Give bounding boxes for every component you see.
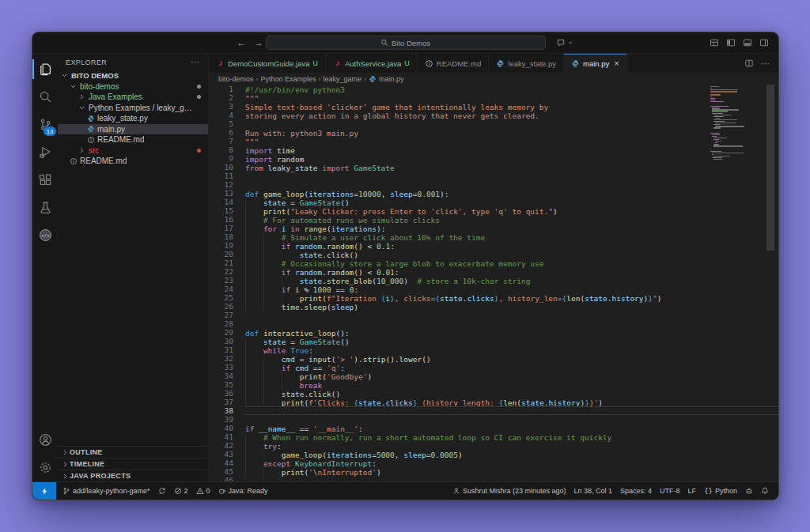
status-java-status[interactable]: Java: Ready	[218, 487, 268, 495]
code-line[interactable]: 33 if cmd == 'q':	[209, 363, 778, 372]
activitybar-settings[interactable]	[32, 454, 58, 481]
status-copilot[interactable]	[745, 487, 753, 495]
tab-readme-md[interactable]: README.md	[418, 54, 489, 73]
activitybar-search[interactable]	[32, 83, 58, 111]
status-sync[interactable]	[158, 487, 166, 495]
code-line[interactable]: 13def game_loop(iterations=10000, sleep=…	[209, 189, 778, 198]
sidebar-more-actions-icon[interactable]: ⋯	[191, 57, 200, 67]
code-line[interactable]: 45 print('\nInterrupted')	[209, 467, 778, 476]
status-git-branch[interactable]: add/leaky-python-game*	[62, 487, 150, 495]
code-line[interactable]: 10from leaky_state import GameState	[209, 163, 778, 172]
code-line[interactable]: 43 game_loop(iterations=5000, sleep=0.00…	[209, 450, 778, 458]
activitybar-run-and-debug[interactable]	[32, 138, 58, 166]
activitybar-testing[interactable]	[32, 194, 58, 221]
code-line[interactable]: 4storing every action in a global histor…	[209, 111, 778, 119]
status-cursor-position[interactable]: Ln 38, Col 1	[574, 487, 613, 495]
code-line[interactable]: 11	[209, 172, 778, 180]
minimap[interactable]	[710, 86, 747, 162]
code-line[interactable]: 46	[209, 476, 778, 481]
code-line[interactable]: 1#!/usr/bin/env python3	[209, 85, 778, 93]
tab-leaky-state-py[interactable]: leaky_state.py	[489, 54, 564, 73]
code-line[interactable]: 22 if random.random() < 0.01:	[209, 267, 778, 276]
sidebar-section-outline[interactable]: OUTLINE	[58, 446, 208, 458]
status-eol[interactable]: LF	[688, 487, 697, 495]
code-line[interactable]: 38	[209, 406, 778, 415]
toggle-secondary-sidebar-icon[interactable]	[759, 38, 769, 47]
code-line[interactable]: 34 print('Goodbye')	[209, 372, 778, 380]
code-line[interactable]: 27	[209, 311, 778, 319]
code-line[interactable]: 23 state.store_blob(10_000) # store a 10…	[209, 276, 778, 285]
code-line[interactable]: 9import random	[209, 154, 778, 163]
breadcrumb-item[interactable]: bito-demos	[218, 75, 254, 83]
activitybar-extensions[interactable]	[32, 166, 58, 194]
tree-item-src[interactable]: src	[58, 145, 208, 157]
tree-item-java-examples[interactable]: Java Examples	[58, 92, 208, 103]
code-line[interactable]: 26 time.sleep(sleep)	[209, 302, 778, 311]
code-line[interactable]: 6Run with: python3 main.py	[209, 128, 778, 137]
code-line[interactable]: 5	[209, 119, 778, 128]
code-line[interactable]: 3Simple text-based 'clicker' game that i…	[209, 102, 778, 111]
code-line[interactable]: 37 print(f'Clicks: {state.clicks} (histo…	[209, 398, 778, 406]
code-line[interactable]: 42 try:	[209, 441, 778, 450]
activitybar-source-control[interactable]: 13	[32, 111, 58, 138]
code-line[interactable]: 35 break	[209, 380, 778, 389]
breadcrumb-item[interactable]: leaky_game	[324, 75, 362, 83]
activitybar-bito-chat[interactable]: </>	[32, 221, 58, 249]
status-git-blame[interactable]: Sushrut Mishra (23 minutes ago)	[452, 487, 566, 495]
code-line[interactable]: 20 state.click()	[209, 250, 778, 258]
split-editor-icon[interactable]	[744, 58, 754, 68]
tab-democustomguide-java[interactable]: JDemoCustomGuide.javaU	[209, 54, 326, 73]
code-line[interactable]: 12	[209, 180, 778, 189]
status-encoding[interactable]: UTF-8	[660, 487, 680, 495]
tree-item-python-examples-leaky-game[interactable]: Python Examples / leaky_game	[58, 103, 208, 114]
status-indentation[interactable]: Spaces: 4	[620, 487, 652, 495]
toggle-primary-sidebar-icon[interactable]	[726, 38, 736, 47]
tree-item-bito-demos[interactable]: bito-demos	[58, 81, 208, 92]
sidebar-section-timeline[interactable]: TIMELINE	[58, 458, 208, 470]
status-language-mode[interactable]: {}Python	[704, 487, 737, 495]
code-line[interactable]: 18 # Simulate a user click about 10% of …	[209, 232, 778, 241]
scrollbar-thumb[interactable]	[766, 85, 774, 251]
activitybar-accounts[interactable]	[32, 426, 58, 454]
tree-item-bito-demos[interactable]: BITO DEMOS	[58, 70, 208, 81]
activitybar-explorer[interactable]	[32, 55, 58, 83]
tab-main-py[interactable]: main.py×	[564, 54, 627, 73]
more-actions-icon[interactable]: ⋯	[761, 58, 770, 69]
code-line[interactable]: 32 cmd = input('> ').strip().lower()	[209, 354, 778, 363]
back-button[interactable]: ←	[237, 37, 246, 48]
status-notifications[interactable]	[761, 487, 769, 495]
code-line[interactable]: 24 if i % 1000 == 0:	[209, 285, 778, 293]
close-tab-icon[interactable]: ×	[614, 59, 619, 68]
code-line[interactable]: 8import time	[209, 145, 778, 154]
code-line[interactable]: 31 while True:	[209, 345, 778, 354]
code-line[interactable]: 15 print("Leaky Clicker: press Enter to …	[209, 206, 778, 215]
code-editor[interactable]: 1#!/usr/bin/env python32"""3Simple text-…	[209, 85, 778, 481]
code-line[interactable]: 19 if random.random() < 0.1:	[209, 241, 778, 250]
code-line[interactable]: 16 # For automated runs we simulate clic…	[209, 215, 778, 224]
forward-button[interactable]: →	[254, 37, 263, 48]
tree-item-leaky-state-py[interactable]: leaky_state.py	[58, 113, 208, 124]
code-line[interactable]: 41 # When run normally, run a short auto…	[209, 432, 778, 441]
remote-indicator[interactable]	[32, 482, 56, 500]
code-line[interactable]: 21 # Occasionally store a large blob to …	[209, 258, 778, 267]
status-problems-warnings[interactable]: 0	[196, 487, 210, 495]
tree-item-main-py[interactable]: main.py	[58, 124, 208, 135]
tree-item-readme-md[interactable]: README.md	[58, 134, 208, 145]
command-center-search[interactable]: Bito Demos	[266, 36, 546, 50]
breadcrumb-item[interactable]: Python Examples	[261, 75, 316, 83]
code-line[interactable]: 28	[209, 319, 778, 328]
code-line[interactable]: 25 print(f"Iteration {i}, clicks={state.…	[209, 293, 778, 302]
sidebar-section-java-projects[interactable]: JAVA PROJECTS	[58, 470, 208, 481]
chat-dropdown-button[interactable]	[556, 38, 573, 47]
code-line[interactable]: 30 state = GameState()	[209, 337, 778, 345]
code-line[interactable]: 7"""	[209, 137, 778, 145]
tree-item-readme-md[interactable]: README.md	[58, 156, 208, 167]
code-line[interactable]: 44 except KeyboardInterrupt:	[209, 458, 778, 467]
breadcrumb[interactable]: bito-demos›Python Examples›leaky_game›ma…	[209, 73, 778, 85]
code-line[interactable]: 39	[209, 415, 778, 424]
code-line[interactable]: 2"""	[209, 93, 778, 102]
toggle-panel-icon[interactable]	[743, 38, 752, 47]
tab-authservice-java[interactable]: JAuthService.javaU	[326, 54, 418, 73]
code-line[interactable]: 40if __name__ == '__main__':	[209, 424, 778, 432]
customize-layout-icon[interactable]	[710, 38, 719, 47]
